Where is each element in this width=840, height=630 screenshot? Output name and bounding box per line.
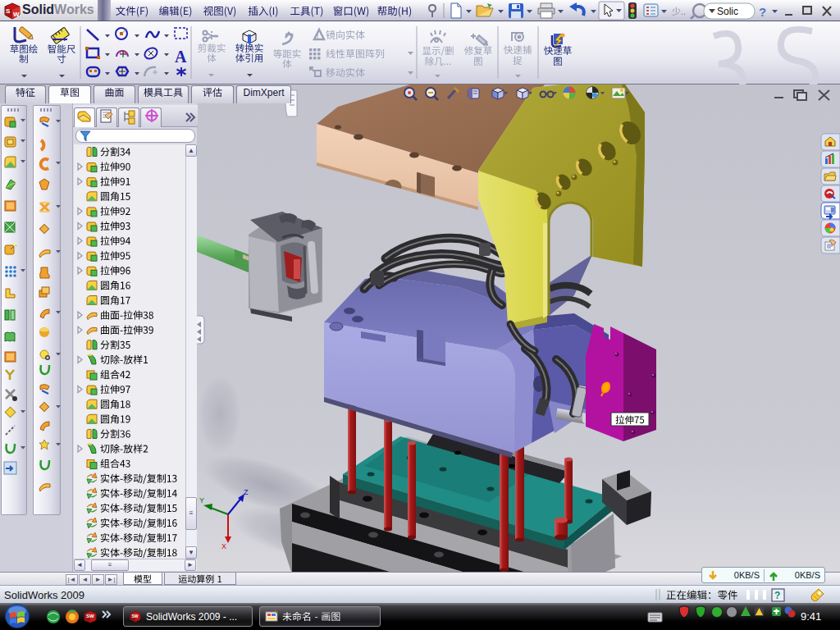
svg-text:?: ?	[759, 5, 766, 19]
svg-text:A: A	[175, 48, 187, 66]
svg-text:9:41: 9:41	[801, 610, 821, 623]
svg-text:Solic: Solic	[717, 6, 738, 17]
svg-text:Y: Y	[199, 496, 204, 504]
svg-text:!: !	[317, 32, 319, 40]
svg-text:X: X	[221, 542, 226, 550]
svg-text:?: ?	[774, 590, 780, 601]
svg-text:Z: Z	[244, 488, 249, 496]
svg-text:SW: SW	[132, 614, 139, 619]
svg-text:SolidWorks 2009 - ...: SolidWorks 2009 - ...	[146, 611, 237, 623]
